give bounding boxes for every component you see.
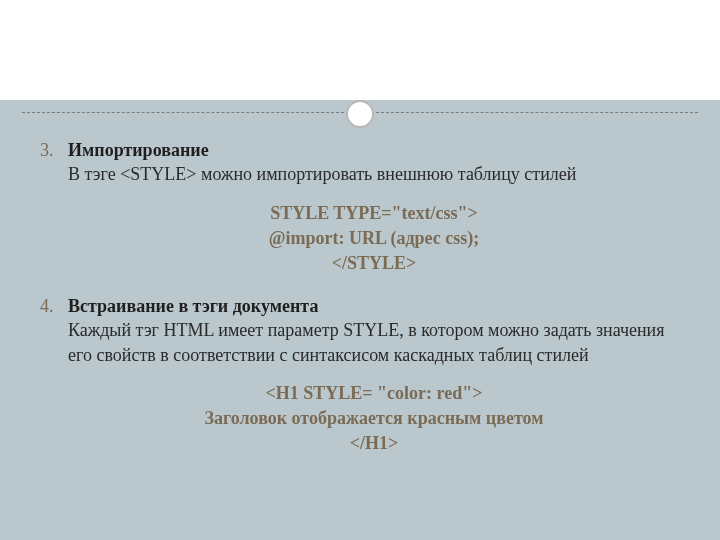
ordered-list: Импортирование В тэге <STYLE> можно импо… xyxy=(40,138,680,457)
ring-icon xyxy=(346,100,374,128)
item4-desc: Каждый тэг HTML имеет параметр STYLE, в … xyxy=(68,320,665,364)
code-line: </STYLE> xyxy=(68,251,680,276)
item3-desc: В тэге <STYLE> можно импортировать внешн… xyxy=(68,164,576,184)
code-line: Заголовок отображается красным цветом xyxy=(68,406,680,431)
item4-heading: Встраивание в тэги документа xyxy=(68,296,318,316)
item3-desc-prefix: В тэге xyxy=(68,164,120,184)
code-line: @import: URL (адрес css); xyxy=(68,226,680,251)
slide-body: Импортирование В тэге <STYLE> можно импо… xyxy=(0,130,720,475)
item3-desc-tag: <STYLE> xyxy=(120,164,196,184)
slide: Импортирование В тэге <STYLE> можно импо… xyxy=(0,0,720,540)
code-line: STYLE TYPE="text/css"> xyxy=(68,201,680,226)
list-item-4: Встраивание в тэги документа Каждый тэг … xyxy=(68,294,680,456)
code-line: </H1> xyxy=(68,431,680,456)
code-line: <H1 STYLE= "color: red"> xyxy=(68,381,680,406)
title-area xyxy=(0,0,720,100)
item4-code-block: <H1 STYLE= "color: red"> Заголовок отобр… xyxy=(68,381,680,457)
item3-heading: Импортирование xyxy=(68,140,209,160)
list-item-3: Импортирование В тэге <STYLE> можно импо… xyxy=(68,138,680,276)
divider xyxy=(0,98,720,126)
item3-desc-suffix: можно импортировать внешнюю таблицу стил… xyxy=(197,164,577,184)
item3-code-block: STYLE TYPE="text/css"> @import: URL (адр… xyxy=(68,201,680,277)
